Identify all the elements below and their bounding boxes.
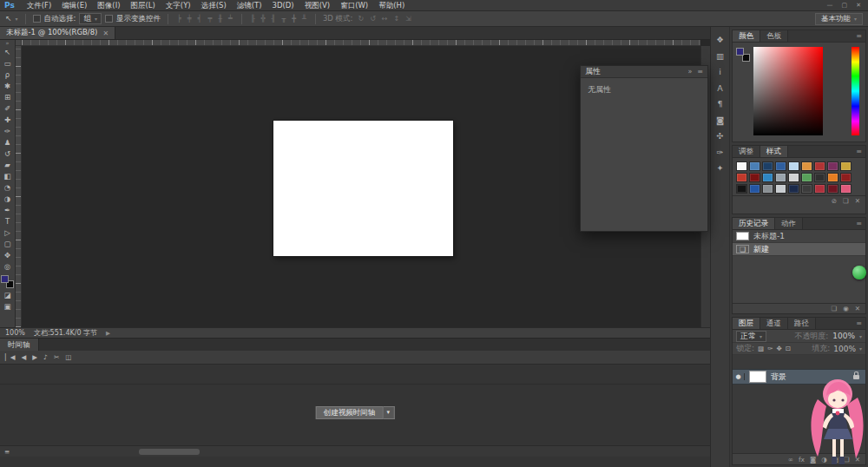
- style-swatch[interactable]: [840, 161, 852, 171]
- spot-healing-brush-tool[interactable]: ✚: [1, 115, 15, 126]
- panel-menu-icon[interactable]: ≡: [852, 218, 865, 229]
- toolbar-collapse-chevron[interactable]: »: [5, 41, 9, 47]
- support-badge[interactable]: [852, 266, 866, 280]
- dock-icon-brush[interactable]: ✑: [717, 148, 724, 157]
- tab-channels[interactable]: 通道: [760, 318, 788, 329]
- hand-tool[interactable]: ✥: [1, 250, 15, 261]
- lock-image-pixels-icon[interactable]: ✑: [767, 345, 773, 352]
- menu-item[interactable]: 滤镜(T): [232, 0, 267, 11]
- chevron-down-icon[interactable]: ▾: [859, 333, 862, 339]
- hue-slider[interactable]: [852, 47, 859, 135]
- tab-paths[interactable]: 路径: [788, 318, 816, 329]
- 3d-drag-icon[interactable]: ↔: [380, 15, 390, 23]
- menu-item[interactable]: 选择(S): [196, 0, 232, 11]
- tab-styles[interactable]: 样式: [760, 146, 788, 157]
- menu-item[interactable]: 帮助(H): [373, 0, 410, 11]
- eyedropper-tool[interactable]: ✐: [1, 103, 15, 115]
- style-swatch[interactable]: [749, 161, 760, 171]
- dock-icon-navigator[interactable]: ❖: [716, 36, 724, 44]
- create-timeline-dropdown-icon[interactable]: ▾: [383, 406, 394, 419]
- style-swatch[interactable]: [749, 184, 760, 194]
- horizontal-ruler[interactable]: [22, 40, 700, 46]
- menu-item[interactable]: 3D(D): [267, 0, 299, 11]
- menu-item[interactable]: 图层(L): [125, 0, 160, 11]
- pen-tool[interactable]: ✒: [1, 205, 15, 216]
- color-panel-fg-bg[interactable]: [736, 48, 750, 62]
- type-tool[interactable]: T: [1, 216, 15, 227]
- delete-state-icon[interactable]: ✕: [855, 305, 860, 312]
- path-selection-tool[interactable]: ▷: [1, 227, 15, 239]
- tab-timeline[interactable]: 时间轴: [0, 339, 39, 351]
- menu-item[interactable]: 编辑(E): [56, 0, 92, 11]
- style-swatch[interactable]: [814, 184, 825, 194]
- style-swatch[interactable]: [801, 161, 812, 171]
- layer-name[interactable]: 背景: [771, 372, 786, 383]
- style-swatch[interactable]: [827, 173, 838, 182]
- delete-layer-icon[interactable]: ✕: [855, 456, 860, 464]
- style-swatch[interactable]: [736, 161, 747, 171]
- foreground-background-swatch[interactable]: [1, 275, 14, 288]
- align-center-horizontal-icon[interactable]: ╪: [186, 15, 194, 23]
- style-swatch[interactable]: [736, 173, 747, 182]
- brush-tool[interactable]: ✑: [1, 126, 15, 137]
- menu-item[interactable]: 窗口(W): [335, 0, 373, 11]
- distribute-right-icon[interactable]: ╨: [300, 15, 308, 23]
- dock-icon-histogram[interactable]: ▥: [716, 52, 724, 61]
- quick-mask-button[interactable]: ◪: [1, 290, 15, 301]
- 3d-scale-icon[interactable]: ⇲: [404, 15, 413, 23]
- transition-button[interactable]: ◫: [65, 353, 71, 361]
- panel-menu-icon[interactable]: ≡: [852, 146, 865, 157]
- dock-icon-paragraph[interactable]: ¶: [717, 100, 722, 109]
- canvas-document[interactable]: [273, 121, 453, 256]
- history-brush-tool[interactable]: ↺: [1, 148, 15, 160]
- vertical-ruler[interactable]: [16, 46, 22, 327]
- link-layers-icon[interactable]: ∞: [788, 456, 793, 464]
- menu-item[interactable]: 图像(I): [92, 0, 125, 11]
- foreground-color-swatch[interactable]: [736, 48, 744, 56]
- style-swatch[interactable]: [762, 184, 773, 194]
- new-document-from-state-icon[interactable]: ❏: [831, 305, 837, 312]
- style-swatch[interactable]: [749, 173, 760, 182]
- tab-actions[interactable]: 动作: [775, 218, 803, 229]
- style-swatch[interactable]: [801, 173, 812, 182]
- timeline-menu-icon[interactable]: ≡: [4, 448, 10, 456]
- dock-icon-info[interactable]: i: [719, 68, 721, 76]
- layer-row[interactable]: ● 背景: [733, 369, 865, 385]
- style-swatch[interactable]: [788, 184, 799, 194]
- style-swatch[interactable]: [840, 173, 852, 182]
- timeline-scrollbar-handle[interactable]: [139, 449, 200, 455]
- style-swatch[interactable]: [775, 173, 786, 182]
- status-options-arrow[interactable]: ▶: [106, 330, 110, 337]
- dock-icon-character[interactable]: A: [717, 84, 723, 93]
- style-swatch[interactable]: [827, 184, 838, 194]
- play-button[interactable]: ▶: [32, 353, 37, 361]
- style-swatch[interactable]: [775, 161, 786, 171]
- 3d-slide-icon[interactable]: ↕: [392, 15, 402, 23]
- distribute-bottom-icon[interactable]: ╢: [270, 15, 278, 23]
- rectangular-marquee-tool[interactable]: ▭: [1, 58, 15, 69]
- align-top-icon[interactable]: ╤: [206, 15, 214, 23]
- maximize-button[interactable]: ▢: [842, 2, 848, 9]
- gradient-tool[interactable]: ◧: [1, 171, 15, 182]
- zoom-tool[interactable]: ◎: [1, 261, 15, 273]
- panel-menu-icon[interactable]: ≡: [852, 318, 865, 329]
- properties-panel-header[interactable]: 属性 » ≡: [581, 66, 707, 78]
- tab-layers[interactable]: 图层: [733, 318, 760, 329]
- delete-style-icon[interactable]: ✕: [855, 197, 860, 205]
- close-button[interactable]: ✕: [856, 2, 861, 9]
- distribute-center-icon[interactable]: ╋: [290, 15, 298, 23]
- layer-thumbnail[interactable]: [749, 371, 766, 383]
- menu-item[interactable]: 文字(Y): [161, 0, 196, 11]
- current-tool-icon[interactable]: ↖: [5, 15, 12, 23]
- style-swatch[interactable]: [814, 173, 825, 182]
- dock-icon-tool-presets[interactable]: ✦: [717, 164, 724, 173]
- panel-menu-icon[interactable]: ≡: [697, 68, 703, 76]
- collapse-panel-icon[interactable]: »: [687, 68, 692, 76]
- align-left-icon[interactable]: ╞: [175, 15, 183, 23]
- dodge-tool[interactable]: ◑: [1, 194, 15, 205]
- style-swatch[interactable]: [775, 184, 786, 194]
- lock-position-icon[interactable]: ✥: [776, 345, 781, 352]
- style-swatch[interactable]: [762, 173, 773, 182]
- 3d-roll-icon[interactable]: ↺: [368, 15, 378, 23]
- 3d-rotate-icon[interactable]: ↻: [356, 15, 365, 23]
